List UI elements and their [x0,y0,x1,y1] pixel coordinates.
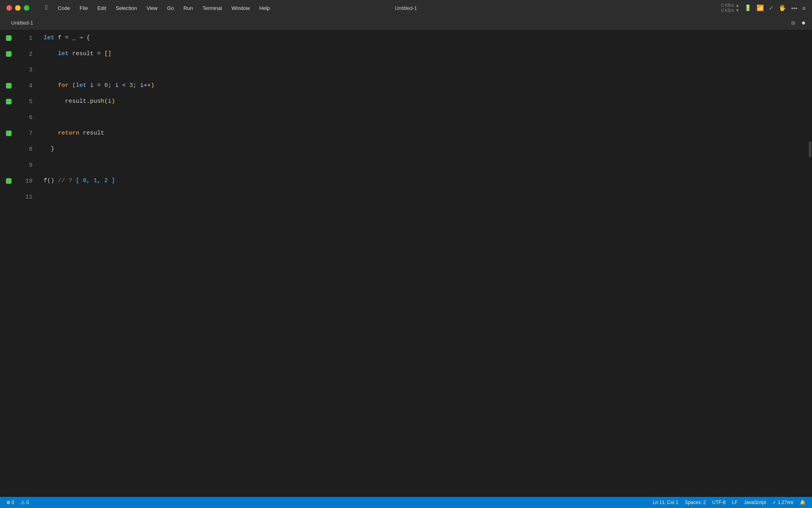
menu-file[interactable]: File [76,4,92,13]
breakpoint-row-5[interactable] [0,94,17,110]
warning-count[interactable]: ⚠ 0 [21,500,29,505]
code-line-1[interactable]: let f = _ ⇒ { [44,30,806,46]
menu-selection[interactable]: Selection [112,4,141,13]
editor-content[interactable]: 1234567891011 let f = _ ⇒ { let result =… [0,30,812,497]
code-line-8[interactable]: } [44,141,806,157]
status-left: ⊗ 0 ⚠ 0 [6,500,29,505]
token [72,173,76,189]
token: f = _ [54,30,79,46]
breakpoint-row-3[interactable] [0,62,17,78]
token: ; [108,78,115,94]
token: i [108,94,111,110]
menu-edit[interactable]: Edit [94,4,110,13]
line-ending[interactable]: LF [732,500,737,505]
token: ) [111,94,115,110]
token: push [90,94,104,110]
title-bar-right: 0 KB/s ▲0 KB/s ▼ 🔋 📶 ✓ 🖐 ••• ≡ [721,3,806,13]
error-count[interactable]: ⊗ 0 [6,500,14,505]
code-line-9[interactable] [44,157,806,173]
scrollbar-track[interactable] [806,30,812,497]
token: = [94,78,104,94]
token [54,173,58,189]
breakpoint-row-6[interactable] [0,110,17,125]
menu-window[interactable]: Window [228,4,254,13]
code-line-10[interactable]: f() // ? [ 0, 1, 2 ] [44,173,806,189]
code-line-7[interactable]: return result [44,125,806,141]
token: ) [151,78,154,94]
token [69,78,72,94]
line-number-9: 9 [17,157,37,173]
status-right: Ln 11, Col 1 Spaces: 2 UTF-8 LF JavaScri… [653,500,806,505]
breakpoint-row-7[interactable] [0,125,17,141]
token: ( [72,78,76,94]
code-area[interactable]: let f = _ ⇒ { let result = [] for (let i… [37,30,806,497]
battery-icon: 🔋 [744,4,752,12]
language-mode[interactable]: JavaScript [744,500,766,505]
indentation[interactable]: Spaces: 2 [685,500,706,505]
breakpoints-gutter [0,30,17,497]
clock-icon: ✓ [769,4,774,12]
scrollbar-thumb[interactable] [809,141,811,157]
timing: ✓ 1.27ms [772,500,793,505]
breakpoint-dot [6,99,11,104]
token: ⇒ [79,30,83,46]
token: i [115,78,119,94]
breakpoint-row-11[interactable] [0,189,17,205]
menu-code[interactable]: Code [54,4,74,13]
menu-run[interactable]: Run [180,4,197,13]
token: let [58,46,69,62]
editor: 1234567891011 let f = _ ⇒ { let result =… [0,30,812,497]
status-bar: ⊗ 0 ⚠ 0 Ln 11, Col 1 Spaces: 2 UTF-8 LF … [0,497,812,508]
breakpoint-dot [6,131,11,136]
editor-tab[interactable]: Untitled-1 [6,18,38,27]
breakpoint-dot [6,83,11,89]
menu-terminal[interactable]: Terminal [199,4,226,13]
breakpoint-row-2[interactable] [0,46,17,62]
code-line-11[interactable] [44,189,806,205]
token: let [76,78,86,94]
token: result [79,125,104,141]
code-line-2[interactable]: let result = [] [44,46,806,62]
token: < [119,78,129,94]
tab-actions: ⊞ ● [791,19,806,27]
token: [ 0, 1, 2 ] [76,173,115,189]
notifications-icon[interactable]: 🔔 [800,500,806,505]
breakpoint-dot [6,35,11,41]
code-line-5[interactable]: result.push(i) [44,94,806,110]
token: 3 [129,78,133,94]
encoding[interactable]: UTF-8 [712,500,726,505]
token: i [90,78,94,94]
token: return [58,125,79,141]
maximize-button[interactable] [24,5,29,11]
token: let [44,30,54,46]
menu-view[interactable]: View [143,4,162,13]
breakpoint-dot [6,178,11,184]
breakpoint-row-1[interactable] [0,30,17,46]
cursor-position[interactable]: Ln 11, Col 1 [653,500,678,505]
line-number-6: 6 [17,110,37,125]
token: result. [44,94,90,110]
more-icon[interactable]: ••• [791,5,797,12]
apple-menu[interactable]:  [42,3,52,13]
breakpoint-row-4[interactable] [0,78,17,94]
finder-icon: 🖐 [779,4,786,12]
breakpoint-row-9[interactable] [0,157,17,173]
token: 0 [104,78,108,94]
menu-bar:  Code File Edit Selection View Go Run T… [34,3,274,13]
token [44,46,58,62]
breakpoint-row-8[interactable] [0,141,17,157]
menu-help[interactable]: Help [255,4,274,13]
menu-go[interactable]: Go [163,4,178,13]
split-editor-icon[interactable]: ⊞ [791,19,795,27]
code-line-3[interactable] [44,62,806,78]
minimize-button[interactable] [15,5,21,11]
code-line-4[interactable]: for (let i = 0; i < 3; i++) [44,78,806,94]
breakpoint-row-10[interactable] [0,173,17,189]
token [44,125,58,141]
code-line-6[interactable] [44,110,806,125]
close-button[interactable] [6,5,12,11]
title-bar:  Code File Edit Selection View Go Run T… [0,0,812,16]
line-numbers: 1234567891011 [17,30,37,497]
list-icon[interactable]: ≡ [802,5,806,12]
token: f() [44,173,54,189]
